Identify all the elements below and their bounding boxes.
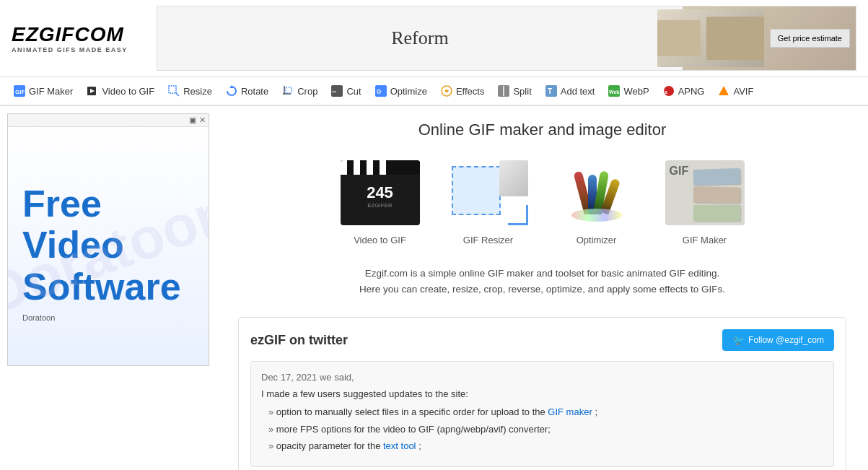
logo-text: EZGIFCOM [12,23,128,46]
svg-text:T: T [548,87,552,95]
tweet-link-gif-maker[interactable]: GIF maker [548,406,592,417]
tweet-item-suffix-3: ; [418,440,421,451]
nav-item-gif-maker[interactable]: GIF GIF Maker [7,77,79,105]
main-nav: GIF GIF Maker Video to GIF Resize Rotate… [0,77,868,106]
tweet-list: option to manually select files in a spe… [261,405,823,453]
apng-icon: a [662,84,675,97]
nav-item-cut[interactable]: ✂ Cut [325,77,367,105]
nav-item-apng[interactable]: a APNG [657,77,711,105]
feature-label-optimizer: Optimizer [577,235,617,245]
cut-icon: ✂ [330,84,343,97]
tweet-date: Dec 17, 2021 we said, [261,372,823,383]
resize-icon [167,84,180,97]
tweet-list-item: option to manually select files in a spe… [268,405,823,419]
ad-x-btn[interactable]: ✕ [199,116,206,125]
svg-marker-23 [719,86,729,95]
ad-cta-button[interactable]: Get price estimate [770,29,850,48]
nav-item-rotate[interactable]: Rotate [219,77,274,105]
tweet-intro: I made a few users suggested updates to … [261,388,823,399]
gif-maker-icon-box: GIF [662,157,748,229]
nav-label-add-text: Add text [561,86,595,97]
effects-icon [440,84,453,97]
nav-label-avif: AVIF [733,86,753,97]
nav-label-apng: APNG [678,86,705,97]
nav-label-optimize: Optimize [390,86,427,97]
ad-line1: Free [22,183,181,225]
logo-tagline: ANIMATED GIFS MADE EASY [12,46,128,53]
text-icon: T [545,84,558,97]
ad-text: Reform [157,27,683,49]
header-ad-banner: Reform Get price estimate [157,6,856,71]
feature-label-video-to-gif: Video to GIF [354,235,406,245]
ad-close-bar: ▣ ✕ [8,114,209,127]
video-icon [86,84,99,97]
tweet-item-text-1: option to manually select files in a spe… [276,406,548,417]
optimizer-icon-box [553,157,640,229]
svg-rect-4 [169,86,176,93]
follow-twitter-button[interactable]: 🐦 Follow @ezgif_com [722,329,834,351]
nav-label-split: Split [513,86,531,97]
sidebar-ad-inner: Doratoon Free Video Software Doratoon [8,127,209,366]
ad-line3: Software [22,266,181,308]
follow-btn-label: Follow @ezgif_com [748,335,824,345]
svg-text:a: a [665,90,667,95]
nav-label-cut: Cut [346,86,361,97]
logo[interactable]: EZGIFCOM ANIMATED GIFS MADE EASY [12,23,128,53]
main-content: Online GIF maker and image editor [216,106,868,470]
nav-item-webp[interactable]: WebP WebP [602,77,654,105]
main-area: ▣ ✕ Doratoon Free Video Software Doratoo… [0,106,868,470]
features-row: 245 EZGIFER Video to GIF GIF Resizer [238,157,846,245]
feature-video-to-gif[interactable]: 245 EZGIFER Video to GIF [337,157,424,245]
twitter-section: ezGIF on twitter 🐦 Follow @ezgif_com Dec… [238,317,846,470]
tweet-item-text-3: opacity parameter for the [276,440,383,451]
twitter-header: ezGIF on twitter 🐦 Follow @ezgif_com [250,329,834,351]
sidebar-ad: ▣ ✕ Doratoon Free Video Software Doratoo… [7,113,209,366]
ad-image: Get price estimate [683,6,856,70]
nav-label-crop: Crop [297,86,317,97]
tweet-list-item: more FPS options for the video to GIF (a… [268,422,823,437]
tweet-list-item: opacity parameter for the text tool ; [268,439,823,453]
description: Ezgif.com is a simple online GIF maker a… [238,266,846,297]
nav-item-crop[interactable]: Crop [276,77,323,105]
page-title: Online GIF maker and image editor [238,121,846,139]
twitter-bird-icon: 🐦 [732,334,745,346]
twitter-title: ezGIF on twitter [250,333,348,348]
feature-gif-maker[interactable]: GIF GIF Maker [662,157,748,245]
description-line2: Here you can create, resize, crop, rever… [238,282,846,297]
video-to-gif-icon-box: 245 EZGIFER [337,157,424,229]
tweet-link-text-tool[interactable]: text tool [383,440,416,451]
nav-item-resize[interactable]: Resize [162,77,218,105]
feature-label-gif-resizer: GIF Resizer [463,235,513,245]
sidebar: ▣ ✕ Doratoon Free Video Software Doratoo… [0,106,216,470]
nav-label-video-to-gif: Video to GIF [102,86,154,97]
feature-label-gif-maker: GIF Maker [683,235,727,245]
feature-optimizer[interactable]: Optimizer [553,157,640,245]
svg-rect-9 [286,87,291,93]
ad-sponsor: Doratoon [22,313,55,322]
site-header: EZGIFCOM ANIMATED GIFS MADE EASY Reform … [0,0,868,77]
webp-icon: WebP [608,84,621,97]
svg-line-5 [176,93,179,96]
nav-item-avif[interactable]: AVIF [711,77,759,105]
nav-label-webp: WebP [623,86,649,97]
rotate-icon [225,84,238,97]
nav-label-rotate: Rotate [241,86,268,97]
nav-item-split[interactable]: Split [491,77,537,105]
ad-close-btn[interactable]: ▣ [189,116,196,125]
feature-gif-resizer[interactable]: GIF Resizer [445,157,532,245]
nav-item-effects[interactable]: Effects [434,77,491,105]
gif-resizer-icon-box [445,157,532,229]
svg-text:GIF: GIF [15,89,25,95]
nav-item-optimize[interactable]: ⚙ Optimize [369,77,433,105]
split-icon [497,84,510,97]
tweet-box: Dec 17, 2021 we said, I made a few users… [250,361,834,467]
ad-free-text: Free Video Software [22,183,181,308]
optimize-icon: ⚙ [374,84,387,97]
description-line1: Ezgif.com is a simple online GIF maker a… [238,266,846,282]
nav-label-effects: Effects [456,86,485,97]
ad-line2: Video [22,225,181,266]
nav-item-add-text[interactable]: T Add text [539,77,601,105]
nav-label-gif-maker: GIF Maker [29,86,73,97]
tweet-item-text-2: more FPS options for the video to GIF (a… [276,424,551,435]
nav-item-video-to-gif[interactable]: Video to GIF [80,77,160,105]
